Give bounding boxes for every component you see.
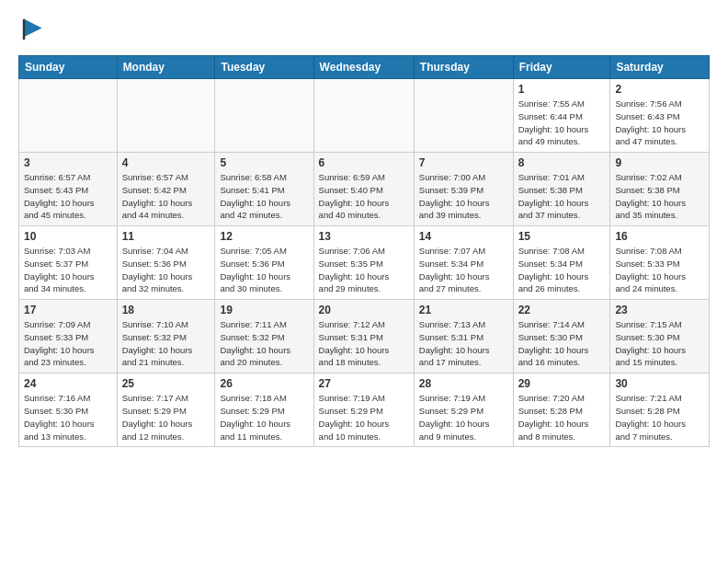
day-info: Sunrise: 7:02 AM Sunset: 5:38 PM Dayligh… — [615, 171, 704, 222]
day-number: 30 — [615, 377, 704, 390]
calendar-cell: 15Sunrise: 7:08 AM Sunset: 5:34 PM Dayli… — [513, 226, 610, 300]
calendar-day-header: Tuesday — [215, 56, 313, 79]
day-number: 26 — [220, 377, 308, 390]
page: SundayMondayTuesdayWednesdayThursdayFrid… — [0, 0, 728, 456]
day-info: Sunrise: 7:18 AM Sunset: 5:29 PM Dayligh… — [220, 392, 308, 442]
header — [18, 15, 710, 44]
svg-rect-2 — [23, 19, 25, 40]
calendar-cell: 18Sunrise: 7:10 AM Sunset: 5:32 PM Dayli… — [117, 300, 215, 373]
day-number: 21 — [419, 304, 508, 316]
calendar-cell: 23Sunrise: 7:15 AM Sunset: 5:30 PM Dayli… — [610, 300, 710, 373]
day-number: 18 — [122, 304, 210, 316]
day-info: Sunrise: 7:07 AM Sunset: 5:34 PM Dayligh… — [419, 245, 508, 295]
day-info: Sunrise: 7:05 AM Sunset: 5:36 PM Dayligh… — [220, 245, 308, 295]
calendar-cell: 21Sunrise: 7:13 AM Sunset: 5:31 PM Dayli… — [414, 300, 513, 373]
day-info: Sunrise: 7:16 AM Sunset: 5:30 PM Dayligh… — [24, 392, 112, 442]
calendar-week-row: 17Sunrise: 7:09 AM Sunset: 5:33 PM Dayli… — [19, 300, 710, 373]
day-number: 12 — [220, 230, 308, 243]
day-number: 27 — [319, 377, 409, 390]
day-info: Sunrise: 7:04 AM Sunset: 5:36 PM Dayligh… — [122, 245, 210, 295]
day-info: Sunrise: 7:06 AM Sunset: 5:35 PM Dayligh… — [319, 245, 409, 295]
day-number: 20 — [319, 304, 409, 316]
calendar-day-header: Wednesday — [313, 56, 414, 79]
calendar-cell: 30Sunrise: 7:21 AM Sunset: 5:28 PM Dayli… — [610, 373, 710, 447]
day-info: Sunrise: 7:21 AM Sunset: 5:28 PM Dayligh… — [615, 392, 704, 442]
calendar-cell — [313, 79, 414, 153]
calendar-week-row: 24Sunrise: 7:16 AM Sunset: 5:30 PM Dayli… — [19, 373, 710, 447]
calendar-cell: 11Sunrise: 7:04 AM Sunset: 5:36 PM Dayli… — [117, 226, 215, 300]
calendar-day-header: Saturday — [610, 56, 710, 79]
calendar-cell: 8Sunrise: 7:01 AM Sunset: 5:38 PM Daylig… — [513, 153, 610, 226]
day-number: 24 — [24, 377, 112, 390]
day-number: 23 — [615, 304, 704, 316]
day-number: 28 — [419, 377, 508, 390]
calendar-cell: 10Sunrise: 7:03 AM Sunset: 5:37 PM Dayli… — [19, 226, 118, 300]
day-number: 15 — [518, 230, 606, 243]
day-info: Sunrise: 7:13 AM Sunset: 5:31 PM Dayligh… — [419, 318, 508, 369]
calendar-cell: 25Sunrise: 7:17 AM Sunset: 5:29 PM Dayli… — [117, 373, 215, 447]
day-number: 22 — [518, 304, 606, 316]
day-info: Sunrise: 7:08 AM Sunset: 5:34 PM Dayligh… — [518, 245, 606, 295]
calendar-cell: 28Sunrise: 7:19 AM Sunset: 5:29 PM Dayli… — [414, 373, 513, 447]
day-info: Sunrise: 7:01 AM Sunset: 5:38 PM Dayligh… — [518, 171, 606, 222]
day-number: 19 — [220, 304, 308, 316]
calendar-cell — [215, 79, 313, 153]
calendar-cell: 19Sunrise: 7:11 AM Sunset: 5:32 PM Dayli… — [215, 300, 313, 373]
calendar-day-header: Thursday — [414, 56, 513, 79]
calendar-cell: 27Sunrise: 7:19 AM Sunset: 5:29 PM Dayli… — [313, 373, 414, 447]
day-number: 17 — [24, 304, 112, 316]
calendar-day-header: Monday — [117, 56, 215, 79]
calendar-cell: 9Sunrise: 7:02 AM Sunset: 5:38 PM Daylig… — [610, 153, 710, 226]
calendar-cell: 17Sunrise: 7:09 AM Sunset: 5:33 PM Dayli… — [19, 300, 118, 373]
day-number: 16 — [615, 230, 704, 243]
day-number: 5 — [220, 156, 308, 169]
day-number: 6 — [319, 156, 409, 169]
day-info: Sunrise: 6:59 AM Sunset: 5:40 PM Dayligh… — [319, 171, 409, 222]
day-info: Sunrise: 7:11 AM Sunset: 5:32 PM Dayligh… — [220, 318, 308, 369]
day-number: 11 — [122, 230, 210, 243]
day-number: 14 — [419, 230, 508, 243]
day-number: 1 — [518, 83, 606, 96]
day-info: Sunrise: 7:03 AM Sunset: 5:37 PM Dayligh… — [24, 245, 112, 295]
calendar-week-row: 1Sunrise: 7:55 AM Sunset: 6:44 PM Daylig… — [19, 79, 710, 153]
day-number: 25 — [122, 377, 210, 390]
day-number: 8 — [518, 156, 606, 169]
calendar-cell: 2Sunrise: 7:56 AM Sunset: 6:43 PM Daylig… — [610, 79, 710, 153]
day-info: Sunrise: 7:56 AM Sunset: 6:43 PM Dayligh… — [615, 98, 704, 148]
logo — [18, 15, 51, 44]
day-info: Sunrise: 6:58 AM Sunset: 5:41 PM Dayligh… — [220, 171, 308, 222]
day-number: 13 — [319, 230, 409, 243]
day-info: Sunrise: 7:09 AM Sunset: 5:33 PM Dayligh… — [24, 318, 112, 369]
day-info: Sunrise: 7:10 AM Sunset: 5:32 PM Dayligh… — [122, 318, 210, 369]
calendar-week-row: 3Sunrise: 6:57 AM Sunset: 5:43 PM Daylig… — [19, 153, 710, 226]
day-info: Sunrise: 7:15 AM Sunset: 5:30 PM Dayligh… — [615, 318, 704, 369]
calendar-cell: 12Sunrise: 7:05 AM Sunset: 5:36 PM Dayli… — [215, 226, 313, 300]
calendar-day-header: Sunday — [19, 56, 118, 79]
calendar-cell: 5Sunrise: 6:58 AM Sunset: 5:41 PM Daylig… — [215, 153, 313, 226]
calendar-cell — [117, 79, 215, 153]
day-info: Sunrise: 7:19 AM Sunset: 5:29 PM Dayligh… — [319, 392, 409, 442]
day-info: Sunrise: 7:55 AM Sunset: 6:44 PM Dayligh… — [518, 98, 606, 148]
day-number: 10 — [24, 230, 112, 243]
day-info: Sunrise: 7:00 AM Sunset: 5:39 PM Dayligh… — [419, 171, 508, 222]
calendar-cell: 26Sunrise: 7:18 AM Sunset: 5:29 PM Dayli… — [215, 373, 313, 447]
day-info: Sunrise: 7:17 AM Sunset: 5:29 PM Dayligh… — [122, 392, 210, 442]
day-info: Sunrise: 6:57 AM Sunset: 5:42 PM Dayligh… — [122, 171, 210, 222]
calendar-week-row: 10Sunrise: 7:03 AM Sunset: 5:37 PM Dayli… — [19, 226, 710, 300]
day-number: 9 — [615, 156, 704, 169]
day-number: 29 — [518, 377, 606, 390]
calendar-cell: 29Sunrise: 7:20 AM Sunset: 5:28 PM Dayli… — [513, 373, 610, 447]
calendar-day-header: Friday — [513, 56, 610, 79]
calendar-cell: 7Sunrise: 7:00 AM Sunset: 5:39 PM Daylig… — [414, 153, 513, 226]
day-number: 4 — [122, 156, 210, 169]
calendar-header-row: SundayMondayTuesdayWednesdayThursdayFrid… — [19, 56, 710, 79]
calendar-cell: 14Sunrise: 7:07 AM Sunset: 5:34 PM Dayli… — [414, 226, 513, 300]
calendar-cell: 22Sunrise: 7:14 AM Sunset: 5:30 PM Dayli… — [513, 300, 610, 373]
calendar-cell: 1Sunrise: 7:55 AM Sunset: 6:44 PM Daylig… — [513, 79, 610, 153]
logo-icon — [18, 15, 48, 44]
day-info: Sunrise: 7:19 AM Sunset: 5:29 PM Dayligh… — [419, 392, 508, 442]
calendar: SundayMondayTuesdayWednesdayThursdayFrid… — [18, 55, 710, 447]
calendar-cell — [414, 79, 513, 153]
calendar-cell: 24Sunrise: 7:16 AM Sunset: 5:30 PM Dayli… — [19, 373, 118, 447]
day-info: Sunrise: 7:20 AM Sunset: 5:28 PM Dayligh… — [518, 392, 606, 442]
